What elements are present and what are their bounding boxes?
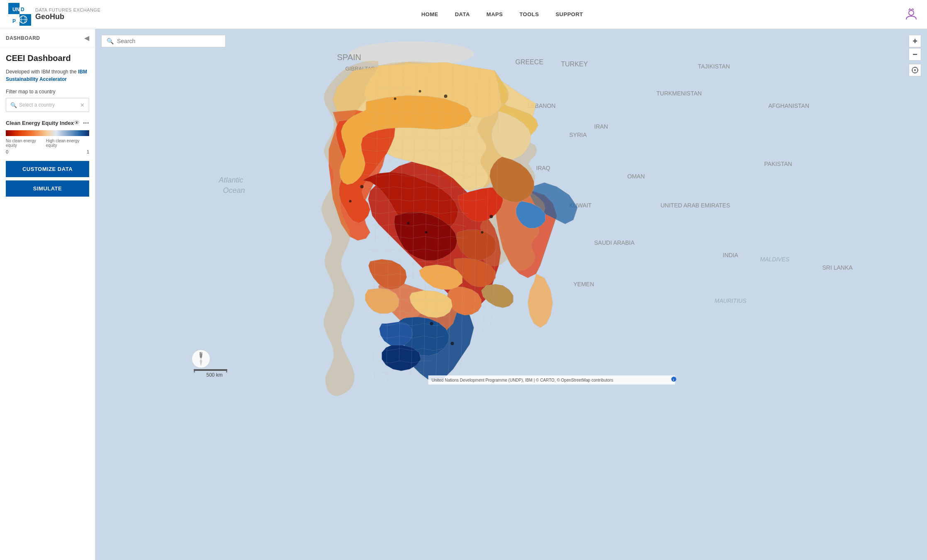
svg-text:INDIA: INDIA bbox=[723, 252, 739, 258]
sidebar-title: DASHBOARD bbox=[6, 35, 40, 41]
legend-title: Clean Energy Equity Index bbox=[6, 120, 74, 126]
sidebar-header: DASHBOARD ◀ bbox=[0, 29, 95, 47]
user-icon[interactable] bbox=[904, 7, 919, 22]
svg-text:IRAN: IRAN bbox=[594, 123, 608, 130]
svg-rect-58 bbox=[194, 369, 227, 371]
svg-point-52 bbox=[490, 215, 493, 218]
legend-label-right: High clean energy equity bbox=[46, 139, 89, 148]
nav-support[interactable]: SUPPORT bbox=[555, 9, 583, 19]
africa-map: SPAIN GREECE TURKEY TAJIKISTAN AFGHANIST… bbox=[95, 29, 927, 560]
svg-point-47 bbox=[444, 95, 448, 98]
collapse-sidebar-button[interactable]: ◀ bbox=[84, 34, 89, 42]
sidebar: DASHBOARD ◀ CEEI Dashboard Developed wit… bbox=[0, 29, 95, 560]
svg-text:i: i bbox=[673, 378, 674, 382]
svg-text:TAJIKISTAN: TAJIKISTAN bbox=[698, 63, 730, 70]
svg-text:United Nations Development Pro: United Nations Development Programme (UN… bbox=[432, 378, 613, 382]
legend-section: Clean Energy Equity Index 👁 ••• No clean… bbox=[6, 119, 89, 154]
zoom-out-button[interactable]: − bbox=[909, 48, 921, 61]
svg-text:TURKMENISTAN: TURKMENISTAN bbox=[657, 90, 702, 97]
header-right bbox=[904, 7, 919, 22]
location-icon bbox=[911, 66, 919, 74]
svg-text:Atlantic: Atlantic bbox=[219, 176, 243, 184]
logo-subtitle: DATA FUTURES EXCHANGE bbox=[35, 7, 100, 12]
zoom-in-button[interactable]: + bbox=[909, 35, 921, 47]
developed-text: Developed with IBM through the IBM Susta… bbox=[6, 68, 89, 83]
svg-text:UN: UN bbox=[12, 7, 19, 12]
svg-rect-59 bbox=[194, 369, 195, 373]
map-search-icon: 🔍 bbox=[107, 38, 114, 44]
dashboard-title: CEEI Dashboard bbox=[6, 53, 89, 63]
map-search-bar: 🔍 bbox=[101, 35, 226, 47]
nav-home[interactable]: HOME bbox=[421, 9, 438, 19]
location-button[interactable] bbox=[909, 64, 921, 76]
svg-text:MALDIVES: MALDIVES bbox=[760, 256, 790, 263]
svg-rect-60 bbox=[226, 369, 227, 373]
eye-icon[interactable]: 👁 bbox=[74, 119, 80, 126]
svg-text:SRI LANKA: SRI LANKA bbox=[822, 264, 853, 271]
svg-text:YEMEN: YEMEN bbox=[574, 281, 594, 287]
svg-text:UNITED ARAB EMIRATES: UNITED ARAB EMIRATES bbox=[661, 202, 730, 209]
svg-text:AFGHANISTAN: AFGHANISTAN bbox=[769, 102, 810, 109]
svg-point-11 bbox=[909, 10, 914, 15]
legend-value-min: 0 bbox=[6, 149, 8, 154]
svg-point-57 bbox=[425, 231, 428, 234]
legend-labels: No clean energy equity High clean energy… bbox=[6, 139, 89, 148]
svg-text:500 km: 500 km bbox=[207, 372, 223, 378]
svg-point-49 bbox=[394, 97, 397, 100]
logo: UN D P DATA FUTURES EXCHANGE GeoHub bbox=[8, 3, 100, 26]
sidebar-content: CEEI Dashboard Developed with IBM throug… bbox=[0, 47, 95, 560]
country-placeholder: Select a country bbox=[17, 102, 80, 108]
undp-logo-icon: UN D P bbox=[8, 3, 31, 26]
svg-point-50 bbox=[360, 185, 364, 188]
main-nav: HOME DATA MAPS TOOLS SUPPORT bbox=[100, 9, 904, 19]
search-icon-small: 🔍 bbox=[10, 102, 17, 108]
customize-data-button[interactable]: CUSTOMIZE DATA bbox=[6, 161, 89, 177]
svg-text:IRAQ: IRAQ bbox=[536, 165, 550, 171]
nav-maps[interactable]: MAPS bbox=[487, 9, 503, 19]
svg-point-56 bbox=[407, 222, 410, 224]
legend-value-max: 1 bbox=[87, 149, 89, 154]
svg-text:GREECE: GREECE bbox=[516, 58, 544, 66]
more-options-icon[interactable]: ••• bbox=[83, 120, 89, 125]
svg-text:OMAN: OMAN bbox=[628, 173, 645, 180]
main-container: DASHBOARD ◀ CEEI Dashboard Developed wit… bbox=[0, 29, 927, 560]
svg-text:Ocean: Ocean bbox=[223, 186, 245, 195]
clear-icon[interactable]: ✕ bbox=[80, 102, 85, 108]
svg-text:MAURITIUS: MAURITIUS bbox=[715, 297, 747, 304]
map-controls: + − bbox=[909, 35, 921, 76]
logo-title: GeoHub bbox=[35, 12, 100, 21]
map-container[interactable]: 🔍 + − bbox=[95, 29, 927, 560]
nav-tools[interactable]: TOOLS bbox=[519, 9, 539, 19]
header: UN D P DATA FUTURES EXCHANGE GeoHub HOME… bbox=[0, 0, 927, 29]
svg-text:D: D bbox=[21, 7, 24, 12]
legend-label-left: No clean energy equity bbox=[6, 139, 46, 148]
svg-text:SAUDI ARABIA: SAUDI ARABIA bbox=[594, 239, 635, 246]
legend-gradient bbox=[6, 130, 89, 136]
country-select[interactable]: 🔍 Select a country ✕ bbox=[6, 98, 89, 112]
svg-point-53 bbox=[481, 231, 484, 234]
legend-icons: 👁 ••• bbox=[74, 119, 89, 126]
svg-point-51 bbox=[349, 200, 352, 202]
svg-point-48 bbox=[419, 90, 421, 93]
nav-data[interactable]: DATA bbox=[455, 9, 470, 19]
svg-text:P: P bbox=[12, 18, 16, 24]
map-search-input[interactable] bbox=[117, 38, 220, 44]
svg-text:SPAIN: SPAIN bbox=[337, 53, 362, 62]
svg-point-55 bbox=[451, 342, 454, 345]
legend-values: 0 1 bbox=[6, 149, 89, 154]
svg-point-13 bbox=[914, 69, 916, 71]
legend-header: Clean Energy Equity Index 👁 ••• bbox=[6, 119, 89, 126]
simulate-button[interactable]: SIMULATE bbox=[6, 180, 89, 197]
filter-label: Filter map to a country bbox=[6, 89, 89, 95]
svg-text:SYRIA: SYRIA bbox=[569, 131, 587, 138]
svg-text:TURKEY: TURKEY bbox=[561, 61, 588, 68]
svg-text:PAKISTAN: PAKISTAN bbox=[764, 161, 792, 167]
svg-point-54 bbox=[430, 322, 433, 325]
logo-text: DATA FUTURES EXCHANGE GeoHub bbox=[35, 7, 100, 21]
